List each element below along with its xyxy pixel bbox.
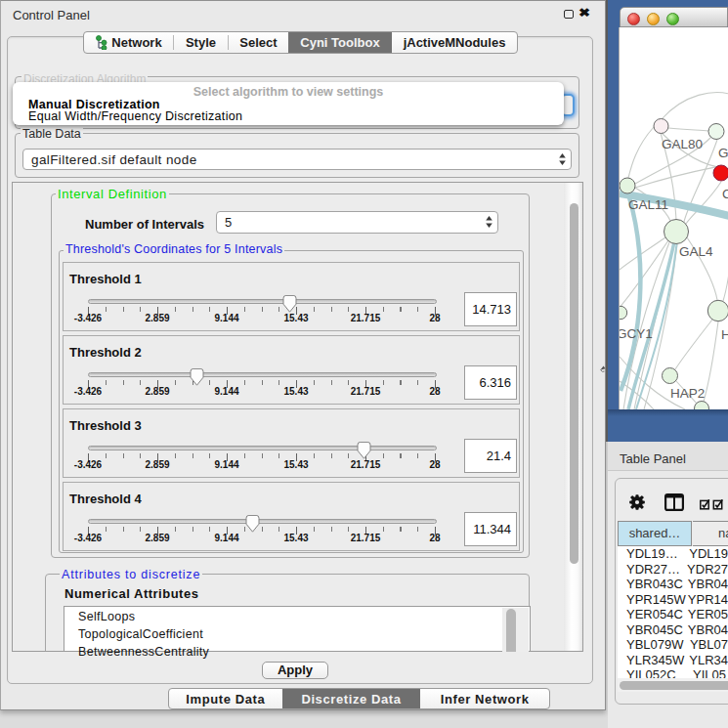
svg-text:GAL11: GAL11 [628, 197, 668, 212]
svg-text:GAL4: GAL4 [679, 244, 713, 259]
svg-text:HAP2: HAP2 [670, 386, 705, 401]
svg-text:GAL80: GAL80 [662, 137, 703, 151]
svg-text:GA: GA [718, 146, 728, 160]
svg-text:GCY1: GCY1 [620, 326, 653, 341]
svg-text:C: C [722, 187, 728, 201]
svg-text:H: H [721, 327, 728, 342]
